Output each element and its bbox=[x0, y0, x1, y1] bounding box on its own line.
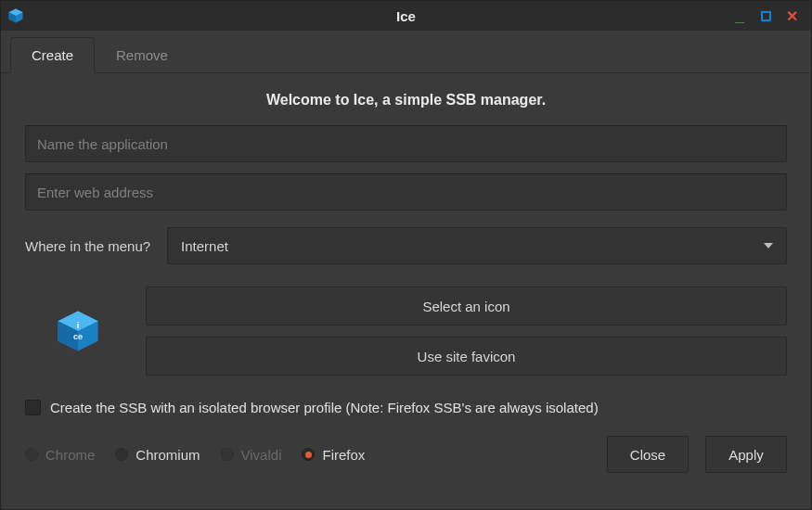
menu-category-label: Where in the menu? bbox=[25, 238, 150, 254]
create-panel: Welcome to Ice, a simple SSB manager. Wh… bbox=[1, 73, 811, 509]
web-address-input[interactable] bbox=[25, 173, 787, 210]
close-button[interactable]: Close bbox=[607, 436, 689, 473]
radio-dot-icon bbox=[115, 448, 128, 461]
browser-radio-group: Chrome Chromium Vivaldi Firefox bbox=[25, 447, 365, 463]
bottom-row: Chrome Chromium Vivaldi Firefox Close Ap… bbox=[25, 436, 787, 473]
tab-bar: Create Remove bbox=[1, 36, 811, 73]
use-favicon-button[interactable]: Use site favicon bbox=[146, 337, 787, 376]
ice-logo-icon: i ce bbox=[51, 304, 105, 358]
icon-buttons-column: Select an icon Use site favicon bbox=[146, 287, 787, 376]
radio-dot-icon bbox=[302, 448, 315, 461]
welcome-heading: Welcome to Ice, a simple SSB manager. bbox=[25, 92, 787, 108]
window-controls: _ ✕ bbox=[731, 7, 806, 24]
select-icon-button[interactable]: Select an icon bbox=[146, 287, 787, 325]
isolated-profile-row: Create the SSB with an isolated browser … bbox=[25, 400, 787, 415]
svg-text:i: i bbox=[77, 320, 80, 330]
dialog-actions: Close Apply bbox=[607, 436, 787, 473]
radio-chromium[interactable]: Chromium bbox=[115, 447, 200, 463]
isolated-profile-label: Create the SSB with an isolated browser … bbox=[50, 400, 599, 415]
radio-vivaldi: Vivaldi bbox=[221, 447, 282, 463]
window-title: Ice bbox=[1, 8, 811, 24]
icon-section: i ce Select an icon Use site favicon bbox=[25, 287, 787, 376]
maximize-button[interactable] bbox=[757, 7, 774, 24]
app-icon bbox=[6, 6, 25, 25]
radio-vivaldi-label: Vivaldi bbox=[241, 447, 282, 463]
tab-create[interactable]: Create bbox=[10, 37, 95, 73]
minimize-button[interactable]: _ bbox=[731, 7, 748, 24]
chevron-down-icon bbox=[764, 243, 773, 249]
menu-category-value: Internet bbox=[181, 238, 228, 254]
app-name-input[interactable] bbox=[25, 125, 787, 162]
radio-chrome: Chrome bbox=[25, 447, 95, 463]
radio-firefox-label: Firefox bbox=[322, 447, 365, 463]
titlebar: Ice _ ✕ bbox=[1, 1, 811, 31]
radio-chromium-label: Chromium bbox=[135, 447, 200, 463]
close-window-button[interactable]: ✕ bbox=[783, 7, 800, 24]
apply-button[interactable]: Apply bbox=[705, 436, 787, 473]
tab-remove[interactable]: Remove bbox=[95, 37, 189, 73]
radio-dot-icon bbox=[25, 448, 38, 461]
ice-window: Ice _ ✕ Create Remove Welcome to Ice, a … bbox=[0, 0, 812, 510]
radio-dot-icon bbox=[221, 448, 234, 461]
menu-category-row: Where in the menu? Internet bbox=[25, 227, 787, 264]
radio-firefox[interactable]: Firefox bbox=[302, 447, 365, 463]
radio-chrome-label: Chrome bbox=[45, 447, 95, 463]
isolated-profile-checkbox[interactable] bbox=[25, 400, 41, 415]
svg-text:ce: ce bbox=[73, 332, 83, 341]
menu-category-select[interactable]: Internet bbox=[167, 227, 787, 264]
